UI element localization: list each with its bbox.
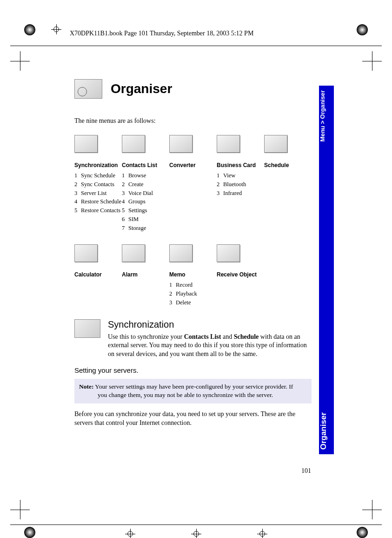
crop-mark-icon — [362, 500, 382, 519]
submenu-item: Restore Schedule — [81, 198, 121, 205]
submenu-item: Bluetooth — [223, 181, 246, 188]
menu-heading: Contacts List — [122, 162, 169, 168]
business-card-icon — [217, 135, 240, 153]
submenu-item: Infrared — [223, 190, 242, 196]
section-heading: Synchronization — [108, 319, 312, 330]
alarm-icon — [122, 244, 145, 262]
section-label: Organiser — [319, 412, 334, 450]
receive-object-icon — [217, 244, 240, 262]
submenu-item: Voice Dial — [128, 190, 153, 196]
menu-heading: Memo — [169, 271, 217, 278]
note-label: Note: — [79, 383, 93, 390]
crop-mark-icon — [362, 51, 382, 71]
submenu-item: Browse — [128, 172, 146, 179]
schedule-icon — [264, 135, 287, 153]
registration-mark-icon — [125, 529, 135, 538]
submenu-list: 1Record 2Playback 3Delete — [169, 281, 217, 307]
submenu-item: Groups — [128, 198, 146, 205]
menu-heading: Alarm — [122, 271, 169, 278]
section-body: Use this to synchronize your Contacts Li… — [108, 333, 312, 359]
subsection-heading: Setting your servers. — [74, 366, 312, 374]
submenu-item: Sync Schedule — [81, 172, 115, 179]
paragraph: Before you can synchronize your data, yo… — [74, 410, 312, 428]
breadcrumb: Menu > Organiser — [319, 90, 334, 145]
crop-mark-icon — [10, 51, 30, 71]
sync-section-icon — [74, 319, 100, 338]
submenu-item: Sync Contacts — [81, 181, 114, 188]
menu-heading: Converter — [169, 162, 217, 168]
sync-icon — [74, 135, 98, 153]
submenu-item: Create — [128, 181, 144, 188]
submenu-item: Record — [176, 282, 193, 288]
menu-heading: Synchronization — [74, 162, 122, 168]
calculator-icon — [74, 244, 98, 262]
menu-heading: Receive Object — [217, 271, 264, 278]
print-mark-radial-icon — [24, 24, 35, 35]
memo-icon — [169, 244, 193, 262]
note-line1: Your server settings may have been pre-c… — [93, 383, 293, 390]
footer-divider — [10, 525, 382, 525]
submenu-list: 1Browse 2Create 3Voice Dial 4Groups 5Set… — [122, 171, 169, 232]
header-divider — [10, 46, 382, 46]
note-line2: you change them, you may not be able to … — [79, 391, 307, 399]
header-filename: X70DPK11B1.book Page 101 Thursday, Septe… — [70, 30, 253, 37]
submenu-list: 1View 2Bluetooth 3Infrared — [217, 171, 264, 197]
submenu-item: Storage — [128, 225, 146, 231]
submenu-item: Restore Contacts — [81, 207, 120, 214]
submenu-list: 1Sync Schedule 2Sync Contacts 3Server Li… — [74, 171, 122, 215]
menu-heading: Schedule — [264, 162, 312, 168]
page-number: 101 — [301, 467, 311, 475]
menu-heading: Business Card — [217, 162, 264, 168]
registration-mark-icon — [257, 529, 267, 538]
organiser-icon — [74, 79, 102, 99]
crop-mark-icon — [10, 500, 30, 519]
submenu-item: View — [223, 172, 235, 179]
registration-mark-icon — [51, 24, 61, 34]
section-tab: Menu > Organiser Organiser — [319, 86, 334, 454]
submenu-item: Server List — [81, 190, 106, 196]
converter-icon — [169, 135, 193, 153]
intro-text: The nine menus are as follows: — [74, 117, 312, 125]
submenu-item: Settings — [128, 207, 147, 214]
submenu-item: SIM — [128, 216, 139, 222]
submenu-item: Delete — [176, 299, 191, 306]
contacts-icon — [122, 135, 145, 153]
page-content: Organiser The nine menus are as follows:… — [74, 79, 312, 427]
menu-heading: Calculator — [74, 271, 122, 278]
note-box: Note: Your server settings may have been… — [74, 379, 312, 403]
bottom-registration-marks — [0, 529, 392, 538]
registration-mark-icon — [191, 529, 201, 538]
print-mark-radial-icon — [357, 24, 368, 35]
submenu-item: Playback — [176, 290, 197, 297]
page-title: Organiser — [111, 81, 172, 96]
